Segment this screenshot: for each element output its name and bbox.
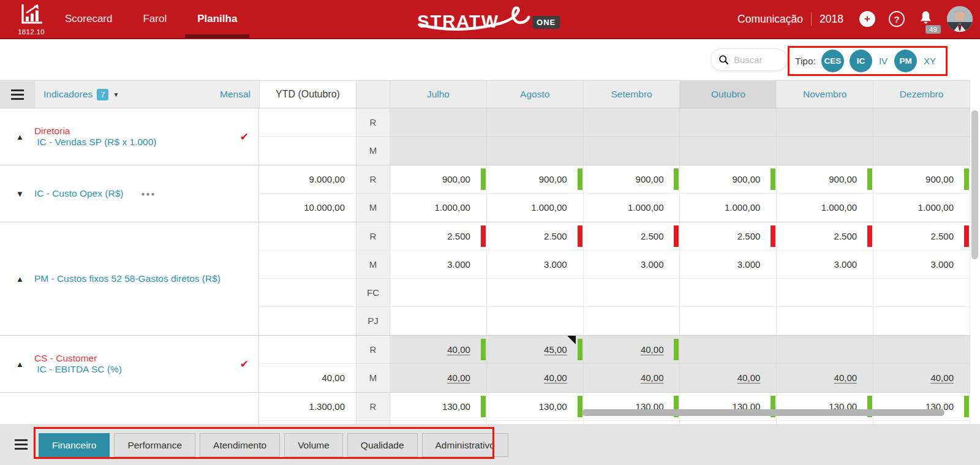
value-cell[interactable]: 130,00	[584, 393, 680, 421]
value-cell[interactable]: 900,00	[390, 165, 487, 194]
tab-qualidade[interactable]: Qualidade	[347, 433, 418, 457]
hamburger-icon	[11, 89, 24, 100]
indicator-name-cell[interactable]: ▼IC - Custo Opex (R$)●●●	[0, 165, 259, 222]
value-cell[interactable]: 40,00	[584, 364, 680, 392]
value-cell[interactable]: 130,00	[873, 393, 970, 421]
month-header-outubro[interactable]: Outubro	[680, 81, 777, 108]
value-cell[interactable]: 1.000,00	[390, 194, 487, 222]
value-cell[interactable]: 3.000	[584, 251, 680, 279]
value-cell[interactable]: 3.000	[487, 251, 584, 279]
collapse-toggle-icon[interactable]: ▲	[16, 360, 24, 369]
tab-volume[interactable]: Volume	[284, 433, 343, 457]
nav-item-planilha[interactable]: Planilha	[194, 0, 241, 38]
tab-atendimento[interactable]: Atendimento	[200, 433, 280, 457]
value-cell[interactable]: 40,00	[777, 364, 873, 392]
value-cell[interactable]	[487, 279, 584, 307]
value-cell[interactable]: 2.500	[777, 222, 873, 251]
indicator-name-cell[interactable]: ▲Diretoria IC - Vendas SP (R$ x 1.000)✔	[0, 108, 259, 165]
value-cell[interactable]: 45,00	[487, 336, 584, 364]
bottom-menu-button[interactable]	[15, 439, 28, 450]
value-cell[interactable]	[777, 307, 873, 335]
value-cell[interactable]: 1.000,00	[584, 194, 680, 222]
value-cell[interactable]: 130,00	[680, 393, 777, 421]
value-cell[interactable]	[487, 307, 584, 335]
value-cell[interactable]	[584, 279, 680, 307]
value-cell[interactable]: 130,00	[487, 393, 584, 421]
value-cell[interactable]: 130,00	[390, 393, 487, 421]
value-cell[interactable]: 900,00	[487, 165, 584, 194]
search-input[interactable]	[734, 55, 777, 65]
month-header-dezembro[interactable]: Dezembro	[873, 81, 970, 108]
month-header-agosto[interactable]: Agosto	[487, 81, 584, 108]
filter-chip-iv[interactable]: IV	[878, 50, 889, 72]
value-cell[interactable]: 2.500	[584, 222, 680, 251]
filter-chip-pm[interactable]: PM	[894, 50, 917, 72]
tab-administrativo[interactable]: Administrativo	[422, 433, 508, 457]
value-cell[interactable]: 40,00	[487, 364, 584, 392]
month-header-setembro[interactable]: Setembro	[584, 81, 680, 108]
indicator-name-cell[interactable]: ▲PM - Custos fixos 52 58-Gastos diretos …	[0, 222, 259, 335]
value-cell[interactable]	[680, 279, 777, 307]
value-cell[interactable]: 2.500	[680, 222, 777, 251]
tab-performance[interactable]: Performance	[114, 433, 195, 457]
filter-chip-ic[interactable]: IC	[850, 50, 872, 72]
tab-financeiro[interactable]: Financeiro	[39, 433, 110, 457]
value-cell[interactable]: 1.000,00	[680, 194, 777, 222]
value-cell[interactable]	[873, 279, 970, 307]
value-cell[interactable]: 2.500	[873, 222, 970, 251]
value-cell[interactable]	[390, 279, 487, 307]
month-header-novembro[interactable]: Novembro	[777, 81, 873, 108]
value-cell[interactable]	[873, 307, 970, 335]
value-cell[interactable]: 40,00	[584, 336, 680, 364]
value-cell[interactable]: 1.000,00	[777, 194, 873, 222]
value-cell[interactable]: 3.000	[873, 251, 970, 279]
horizontal-scrollbar[interactable]	[582, 409, 944, 416]
filter-chip-ces[interactable]: CES	[821, 50, 844, 72]
value-cell[interactable]: 900,00	[777, 165, 873, 194]
chevron-down-icon[interactable]: ▼	[113, 91, 119, 98]
app-logo[interactable]: 1812.10	[13, 3, 49, 36]
table-menu-button[interactable]	[0, 81, 35, 108]
add-icon[interactable]: +	[859, 11, 875, 27]
collapse-toggle-icon[interactable]: ▲	[16, 274, 24, 284]
value-cell[interactable]: 40,00	[390, 364, 487, 392]
value-cell[interactable]: 900,00	[680, 165, 777, 194]
value-cell[interactable]	[680, 307, 777, 335]
value-cell[interactable]: 900,00	[873, 165, 970, 194]
value-cell[interactable]: 40,00	[680, 364, 777, 392]
collapse-toggle-icon[interactable]: ▼	[16, 189, 24, 198]
value-cell[interactable]: 2.500	[487, 222, 584, 251]
value-cell[interactable]: 1.000,00	[487, 194, 584, 222]
value-cell[interactable]: 3.000	[777, 251, 873, 279]
indicators-dropdown[interactable]: Indicadores	[43, 89, 92, 100]
value-cell[interactable]: 130,00	[777, 393, 873, 421]
indicator-name-cell[interactable]: ▲CS - Customer IC - EBITDA SC (%)✔	[0, 336, 259, 392]
nav-item-farol[interactable]: Farol	[139, 0, 170, 38]
green-status-bar	[481, 168, 486, 190]
communication-link[interactable]: Comunicação	[737, 13, 803, 26]
filter-chip-xy[interactable]: XY	[922, 50, 937, 72]
nav-item-scorecard[interactable]: Scorecard	[61, 0, 116, 38]
value-cell[interactable]	[777, 279, 873, 307]
value-cell[interactable]: 3.000	[680, 251, 777, 279]
value-cell[interactable]: 40,00	[873, 364, 970, 392]
value-cell[interactable]: 3.000	[390, 251, 487, 279]
search-box[interactable]	[710, 48, 788, 71]
month-header-julho[interactable]: Julho	[390, 81, 487, 108]
period-selector[interactable]: Mensal	[220, 89, 251, 100]
value-cell[interactable]: 900,00	[584, 165, 680, 194]
green-status-bar	[481, 339, 486, 360]
year-selector[interactable]: 2018	[820, 13, 843, 26]
help-icon[interactable]: ?	[889, 11, 905, 27]
value-cell[interactable]	[584, 307, 680, 335]
value-cell[interactable]: 40,00	[390, 336, 487, 364]
type-filter-label: Tipo:	[795, 56, 816, 67]
value-cell[interactable]	[390, 307, 487, 335]
user-avatar[interactable]	[947, 6, 973, 32]
collapse-toggle-icon[interactable]: ▲	[16, 132, 24, 142]
row-menu-icon[interactable]: ●●●	[141, 191, 156, 197]
notifications-button[interactable]: 49	[918, 10, 933, 28]
value-cell[interactable]: 1.000,00	[873, 194, 970, 222]
vertical-scrollbar[interactable]	[971, 110, 978, 259]
value-cell[interactable]: 2.500	[390, 222, 487, 251]
